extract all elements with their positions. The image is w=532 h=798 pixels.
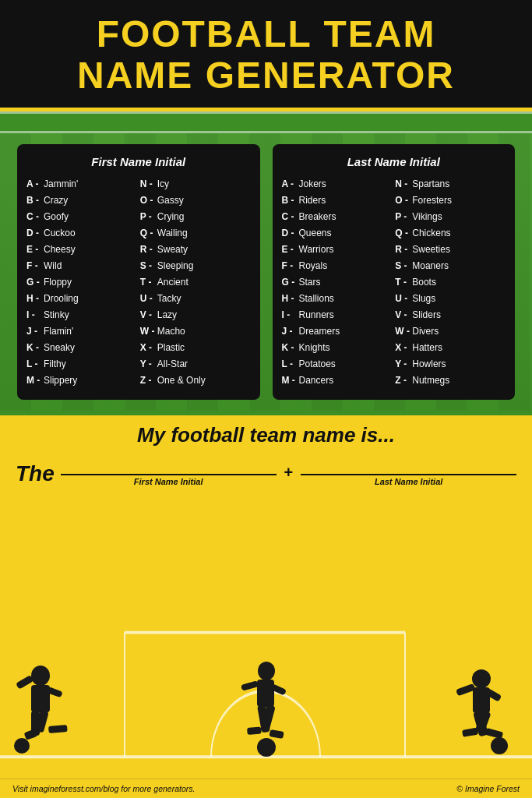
- row-key: E -: [26, 242, 44, 258]
- row-val: Filthy: [44, 356, 66, 373]
- row-val: Sweeties: [412, 242, 450, 258]
- row-val: Runners: [299, 307, 334, 323]
- row-key: L -: [26, 356, 44, 373]
- footer: Visit imagineforesst.com/blog for more g…: [0, 779, 532, 798]
- row-val: Crying: [157, 209, 185, 225]
- table-row: G -Stars: [282, 274, 393, 291]
- table-row: N -Icy: [140, 176, 251, 192]
- row-key: W -: [395, 323, 412, 340]
- row-val: Drooling: [44, 291, 79, 307]
- table-row: A -Jokers: [282, 176, 393, 192]
- silhouettes-area: [0, 486, 532, 779]
- table-row: Q -Chickens: [395, 225, 506, 242]
- table-row: M -Slippery: [26, 373, 137, 389]
- title-line1: FOOTBALL TEAM: [97, 13, 436, 55]
- table-row: F -Royals: [282, 258, 393, 274]
- footer-left: Visit imagineforesst.com/blog for more g…: [12, 784, 195, 793]
- first-name-content: A -Jammin'B -CrazyC -GoofyD -CuckooE -Ch…: [26, 176, 251, 389]
- table-row: H -Drooling: [26, 291, 137, 307]
- table-row: W -Divers: [395, 323, 506, 340]
- table-row: F -Wild: [26, 258, 137, 274]
- table-row: Z -One & Only: [140, 373, 251, 389]
- row-key: U -: [140, 291, 157, 307]
- row-key: Q -: [395, 225, 412, 242]
- row-val: Stars: [299, 274, 321, 291]
- row-key: S -: [395, 258, 412, 274]
- row-val: Gassy: [157, 192, 184, 209]
- last-initial-label: Last Name Initial: [375, 477, 442, 486]
- table-row: V -Lazy: [140, 307, 251, 323]
- row-key: Y -: [395, 356, 412, 373]
- row-val: Sweaty: [157, 242, 188, 258]
- row-key: I -: [282, 307, 299, 323]
- last-initial-group: Last Name Initial: [301, 454, 516, 486]
- last-name-col2: N -SpartansO -ForestersP -VikingsQ -Chic…: [395, 176, 506, 389]
- row-val: Foresters: [412, 192, 452, 209]
- row-key: O -: [395, 192, 412, 209]
- row-val: Jokers: [299, 176, 326, 192]
- row-key: A -: [26, 176, 44, 192]
- table-row: K -Sneaky: [26, 340, 137, 356]
- row-key: H -: [26, 291, 44, 307]
- row-val: Macho: [157, 323, 185, 340]
- table-row: D -Cuckoo: [26, 225, 137, 242]
- row-val: One & Only: [157, 373, 206, 389]
- row-val: Icy: [157, 176, 169, 192]
- row-val: Slippery: [44, 373, 77, 389]
- table-row: B -Crazy: [26, 192, 137, 209]
- table-row: P -Crying: [140, 209, 251, 225]
- row-val: Sleeping: [157, 258, 194, 274]
- row-val: Sliders: [412, 307, 441, 323]
- row-val: Warriors: [299, 242, 334, 258]
- row-key: M -: [26, 373, 44, 389]
- row-key: J -: [26, 323, 44, 340]
- row-val: Goofy: [44, 209, 69, 225]
- row-val: All-Star: [157, 356, 188, 373]
- table-row: J -Flamin': [26, 323, 137, 340]
- row-val: Wailing: [157, 225, 188, 242]
- svg-point-24: [472, 669, 491, 688]
- row-val: Crazy: [44, 192, 68, 209]
- table-row: N -Spartans: [395, 176, 506, 192]
- first-name-col2: N -IcyO -GassyP -CryingQ -WailingR -Swea…: [140, 176, 251, 389]
- table-row: W -Macho: [140, 323, 251, 340]
- table-row: L -Filthy: [26, 356, 137, 373]
- row-val: Howlers: [412, 356, 446, 373]
- last-initial-line: [301, 454, 516, 475]
- row-key: P -: [395, 209, 412, 225]
- top-grass-strip: [0, 111, 532, 133]
- row-key: R -: [395, 242, 412, 258]
- row-key: B -: [282, 192, 299, 209]
- row-key: Z -: [395, 373, 412, 389]
- row-val: Slugs: [412, 291, 435, 307]
- svg-point-6: [31, 666, 50, 686]
- row-val: Potatoes: [299, 356, 336, 373]
- row-key: X -: [140, 340, 157, 356]
- first-name-col1: A -Jammin'B -CrazyC -GoofyD -CuckooE -Ch…: [26, 176, 137, 389]
- row-key: O -: [140, 192, 157, 209]
- row-val: Stinky: [44, 307, 69, 323]
- table-row: O -Gassy: [140, 192, 251, 209]
- first-name-table: First Name Initial A -Jammin'B -CrazyC -…: [17, 144, 260, 400]
- table-row: M -Dancers: [282, 373, 393, 389]
- row-key: P -: [140, 209, 157, 225]
- row-key: F -: [26, 258, 44, 274]
- svg-rect-30: [462, 728, 478, 737]
- svg-point-32: [491, 737, 508, 754]
- row-val: Stallions: [299, 291, 334, 307]
- row-key: B -: [26, 192, 44, 209]
- table-row: H -Stallions: [282, 291, 393, 307]
- row-key: U -: [395, 291, 412, 307]
- name-builder: The First Name Initial + Last Name Initi…: [0, 450, 532, 486]
- table-row: Y -Howlers: [395, 356, 506, 373]
- row-key: T -: [395, 274, 412, 291]
- table-row: T -Ancient: [140, 274, 251, 291]
- row-key: K -: [282, 340, 299, 356]
- svg-point-15: [258, 662, 275, 680]
- row-val: Cuckoo: [44, 225, 76, 242]
- first-initial-group: First Name Initial: [61, 454, 277, 486]
- svg-rect-26: [456, 683, 476, 697]
- row-val: Nutmegs: [412, 373, 449, 389]
- table-row: Y -All-Star: [140, 356, 251, 373]
- tables-section: First Name Initial A -Jammin'B -CrazyC -…: [0, 133, 532, 411]
